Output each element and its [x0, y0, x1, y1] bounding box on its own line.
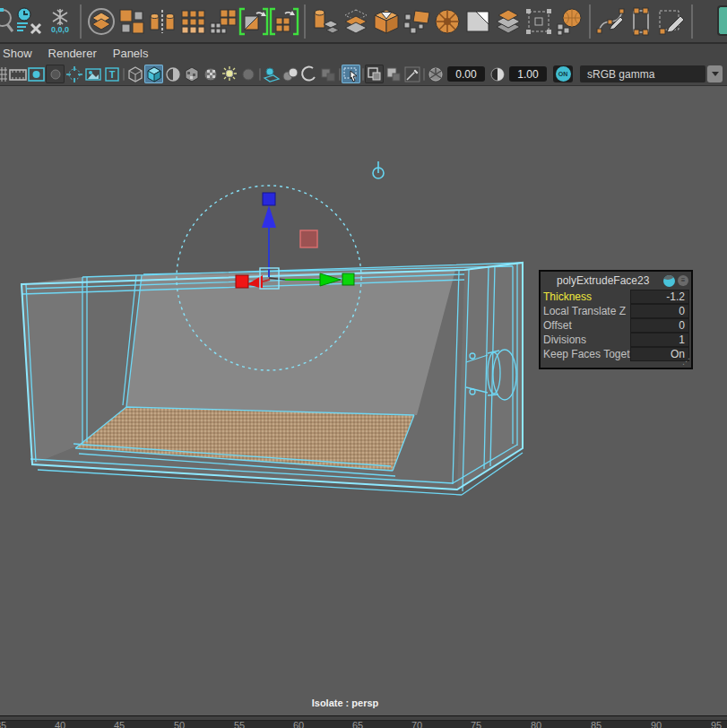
- default-light-icon[interactable]: [220, 65, 238, 83]
- shelf-separator: [80, 4, 82, 39]
- attribute-value-field[interactable]: On: [630, 347, 689, 361]
- range-slider-track[interactable]: [0, 716, 727, 721]
- textured-cube-icon[interactable]: [182, 65, 201, 83]
- shelf-separator: [691, 4, 693, 39]
- menu-panels[interactable]: Panels: [105, 47, 157, 60]
- panel-toolbar: T: [0, 63, 727, 86]
- quad-draw-pencil-icon[interactable]: [656, 4, 687, 39]
- screen-space-ao-icon[interactable]: [281, 65, 299, 83]
- multisample-icon[interactable]: [318, 65, 337, 83]
- scene-canvas[interactable]: [0, 86, 727, 715]
- inview-editor[interactable]: polyExtrudeFace23 ≡ Thickness -1.2 Local…: [539, 270, 693, 369]
- motion-blur-icon[interactable]: [299, 65, 318, 83]
- isolate-helpline: Isolate : persp: [312, 698, 379, 708]
- attribute-value-field[interactable]: 0: [630, 304, 689, 318]
- perspective-viewport[interactable]: Isolate : persp polyExtrudeFace23 ≡ Thic…: [0, 86, 727, 715]
- use-all-lights-icon[interactable]: [201, 65, 220, 83]
- flatten-faces-icon[interactable]: [341, 4, 371, 39]
- color-management-toggle[interactable]: ON: [553, 65, 573, 82]
- gamma-field[interactable]: 1.00: [509, 66, 547, 82]
- layer-diamonds-icon[interactable]: [86, 4, 117, 39]
- wheel-poke-icon[interactable]: [432, 4, 463, 39]
- polygon-shelf: 0,0,0: [0, 0, 727, 44]
- editor-menu-icon[interactable]: ≡: [678, 275, 688, 286]
- magnifier-icon[interactable]: [0, 4, 14, 39]
- film-gate-icon[interactable]: [8, 65, 27, 83]
- mirror-geometry-icon[interactable]: [147, 4, 177, 39]
- attribute-row: Offset 0: [541, 318, 691, 333]
- attribute-label[interactable]: Keep Faces Together: [541, 348, 630, 360]
- attribute-label[interactable]: Thickness: [541, 290, 630, 303]
- maya-window: 0,0,0: [0, 0, 727, 728]
- teal-tool-icon[interactable]: [717, 5, 727, 36]
- exposure-icon[interactable]: [426, 65, 445, 83]
- frame-tick: 70: [411, 720, 422, 728]
- rotate-components2-icon[interactable]: [269, 4, 299, 39]
- grid-icon[interactable]: [0, 65, 8, 83]
- contrast-icon[interactable]: [488, 65, 506, 83]
- frame-tick: 95: [711, 720, 722, 728]
- attribute-label[interactable]: Offset: [541, 319, 630, 332]
- frame-tick: 55: [234, 720, 245, 728]
- colorspace-dropdown-arrow[interactable]: [707, 65, 723, 82]
- select-highlight-icon[interactable]: [342, 65, 360, 83]
- quad-split-icon[interactable]: [117, 4, 147, 39]
- frame-tick: 75: [471, 720, 481, 728]
- z-axis-arrow: [262, 205, 276, 228]
- wireframe-mode-icon[interactable]: [125, 65, 144, 83]
- extrude-poly-icon[interactable]: [310, 4, 341, 39]
- plane-split-icon[interactable]: [402, 65, 421, 83]
- rect-handles-icon[interactable]: [626, 4, 656, 39]
- bevel-cube-icon[interactable]: [371, 4, 402, 39]
- shaded-textured-icon[interactable]: [163, 65, 182, 83]
- frame-tick: 40: [55, 720, 65, 728]
- resize-grip[interactable]: [541, 361, 691, 368]
- attribute-row: Keep Faces Together On: [541, 347, 691, 361]
- lattice-cage-icon[interactable]: [524, 4, 554, 39]
- safe-title-icon[interactable]: [83, 65, 102, 83]
- svg-text:T: T: [108, 69, 115, 80]
- grid-separate-icon[interactable]: [208, 4, 238, 39]
- exposure-field[interactable]: 0.00: [447, 66, 485, 82]
- frame-tick: 90: [651, 720, 662, 728]
- attribute-row: Local Translate Z 0: [541, 304, 691, 318]
- rotate-component-icon[interactable]: [238, 4, 269, 39]
- frame-tick: 60: [293, 720, 304, 728]
- attribute-value-field[interactable]: 0: [630, 318, 689, 333]
- component-mode-icon[interactable]: [384, 65, 402, 83]
- snap-to-origin-icon[interactable]: 0,0,0: [45, 4, 75, 39]
- inview-editor-title: polyExtrudeFace23: [557, 274, 663, 287]
- inview-editor-titlebar[interactable]: polyExtrudeFace23 ≡: [541, 272, 691, 290]
- sphere-project-icon[interactable]: [554, 4, 584, 39]
- attribute-value-field[interactable]: -1.2: [630, 290, 689, 304]
- frame-tick: 65: [352, 720, 363, 728]
- no-light-icon[interactable]: [238, 65, 257, 83]
- resolution-gate-icon[interactable]: [27, 65, 46, 83]
- freeze-time-icon[interactable]: [14, 4, 45, 39]
- curve-pen-icon[interactable]: [595, 4, 626, 39]
- node-sphere-icon[interactable]: [663, 275, 675, 287]
- shadows-icon[interactable]: [262, 65, 281, 83]
- fold-face-icon[interactable]: [463, 4, 493, 39]
- z-axis-cube: [263, 193, 275, 205]
- frame-tick: 85: [591, 720, 602, 728]
- attribute-label[interactable]: Divisions: [541, 334, 630, 346]
- stack-diamonds-icon[interactable]: [493, 4, 524, 39]
- colorspace-dropdown[interactable]: sRGB gamma: [580, 65, 705, 82]
- shaded-mode-icon[interactable]: [144, 65, 163, 83]
- bridge-patch-icon[interactable]: [402, 4, 432, 39]
- x-axis-cube: [342, 273, 354, 285]
- field-chart-icon[interactable]: [65, 65, 83, 83]
- object-mode-icon[interactable]: [365, 65, 384, 83]
- snap-origin-label: 0,0,0: [51, 26, 69, 34]
- frame-tick: 45: [114, 720, 125, 728]
- menu-renderer[interactable]: Renderer: [40, 47, 105, 60]
- grid-combine-icon[interactable]: [177, 4, 208, 39]
- gate-mask-icon[interactable]: [46, 65, 65, 83]
- attribute-value-field[interactable]: 1: [630, 333, 689, 347]
- attribute-row: Thickness -1.2: [541, 290, 691, 304]
- texture-placement-icon[interactable]: T: [102, 65, 121, 83]
- menu-show[interactable]: Show: [0, 47, 40, 60]
- time-slider[interactable]: 35 40 45 50 55 60 65 70 75 80 85 90 95: [0, 715, 727, 728]
- attribute-label[interactable]: Local Translate Z: [541, 305, 630, 317]
